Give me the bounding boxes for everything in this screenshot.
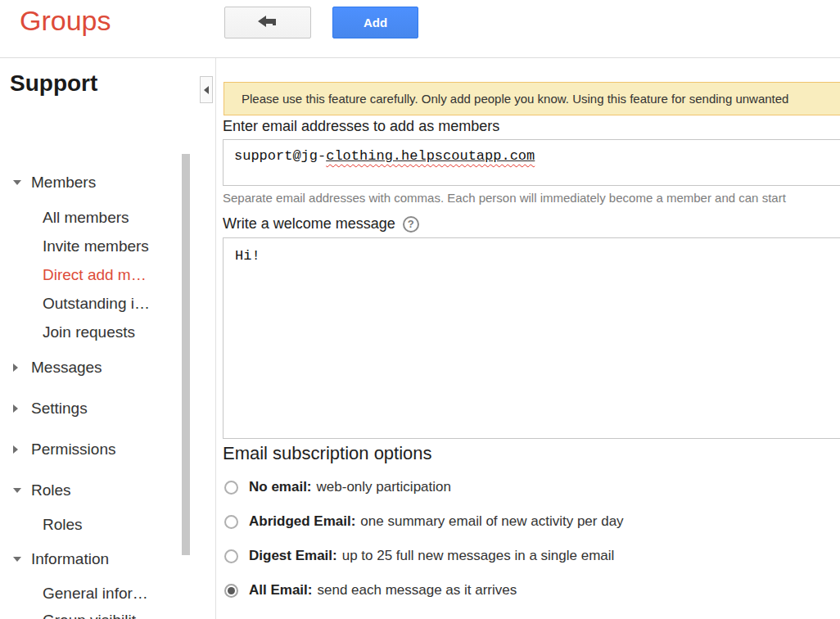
triangle-down-icon: [13, 180, 25, 185]
email-addresses-input[interactable]: support@jg-clothing.helpscoutapp.com: [223, 139, 840, 186]
sidebar-item-label: Direct add m…: [43, 266, 147, 284]
option-desc: send each message as it arrives: [317, 582, 517, 599]
collapse-sidebar-button[interactable]: [200, 76, 213, 103]
welcome-message-textarea[interactable]: Hi!: [223, 237, 840, 439]
welcome-message-row: Write a welcome message ?: [223, 215, 419, 233]
welcome-message-label: Write a welcome message: [223, 215, 395, 233]
email-value-flagged: clothing.helpscoutapp.com: [326, 148, 535, 164]
sidebar-item-label: All members: [43, 209, 129, 227]
sidebar-item-label: Join requests: [43, 323, 135, 341]
option-label: Digest Email:: [249, 548, 337, 564]
add-button[interactable]: Add: [332, 7, 418, 38]
option-all-email[interactable]: All Email: send each message as it arriv…: [224, 582, 517, 599]
sidebar-item-label: Group visibilit…: [43, 612, 151, 619]
radio-unselected-icon[interactable]: [224, 515, 238, 529]
sidebar-item-invite-members[interactable]: Invite members: [43, 237, 149, 255]
email-subscription-heading: Email subscription options: [223, 443, 432, 464]
groups-logo: Groups: [20, 5, 111, 37]
group-name-title: Support: [10, 70, 97, 97]
triangle-down-icon: [13, 488, 25, 493]
option-desc: web-only participation: [317, 479, 451, 495]
radio-unselected-icon[interactable]: [224, 481, 238, 495]
sidebar-item-label: Roles: [31, 481, 71, 499]
sidebar-item-roles-sub[interactable]: Roles: [43, 516, 83, 534]
sidebar-item-outstanding-invites[interactable]: Outstanding i…: [43, 295, 150, 313]
sidebar-item-direct-add-members[interactable]: Direct add m…: [43, 266, 147, 284]
triangle-right-icon: [13, 404, 25, 413]
sidebar-item-label: Invite members: [43, 237, 149, 255]
sidebar-item-messages[interactable]: Messages: [13, 359, 102, 377]
triangle-down-icon: [13, 557, 25, 562]
triangle-right-icon: [13, 445, 25, 454]
triangle-left-icon: [204, 86, 209, 94]
sidebar-item-roles[interactable]: Roles: [13, 481, 71, 499]
sidebar-item-label: Members: [31, 174, 96, 192]
header-divider: [0, 57, 840, 58]
option-no-email[interactable]: No email: web-only participation: [224, 479, 451, 495]
sidebar-item-general-information[interactable]: General infor…: [43, 585, 148, 603]
sidebar-item-permissions[interactable]: Permissions: [13, 441, 115, 459]
radio-selected-icon[interactable]: [224, 584, 238, 598]
help-icon[interactable]: ?: [403, 216, 419, 233]
option-label: No email:: [249, 479, 312, 495]
option-label: All Email:: [249, 582, 312, 599]
triangle-right-icon: [13, 364, 25, 372]
sidebar-item-label: Settings: [31, 400, 88, 418]
warning-banner: Please use this feature carefully. Only …: [224, 82, 840, 115]
welcome-message-value: Hi!: [235, 248, 260, 264]
option-digest-email[interactable]: Digest Email: up to 25 full new messages…: [224, 548, 614, 564]
option-label: Abridged Email:: [249, 513, 355, 530]
sidebar-item-all-members[interactable]: All members: [43, 209, 129, 227]
option-desc: up to 25 full new messages in a single e…: [342, 548, 615, 564]
sidebar-item-label: Roles: [43, 516, 83, 534]
email-addresses-label: Enter email addresses to add as members: [223, 118, 499, 135]
sidebar-item-information[interactable]: Information: [13, 550, 109, 568]
sidebar-item-label: Outstanding i…: [43, 295, 150, 313]
back-button[interactable]: [224, 7, 311, 38]
sidebar-item-members[interactable]: Members: [13, 174, 96, 192]
sidebar-item-label: Messages: [31, 359, 102, 377]
option-abridged-email[interactable]: Abridged Email: one summary email of new…: [224, 513, 624, 530]
sidebar-item-label: Information: [31, 550, 109, 568]
add-button-label: Add: [364, 16, 387, 29]
sidebar-item-join-requests[interactable]: Join requests: [43, 323, 135, 341]
email-helper-text: Separate email addresses with commas. Ea…: [223, 191, 786, 205]
option-desc: one summary email of new activity per da…: [360, 513, 623, 530]
sidebar-item-group-visibility[interactable]: Group visibilit…: [43, 612, 151, 619]
spellcheck-underline: clothing.helpscoutapp.com: [326, 148, 535, 164]
email-value-prefix: support@jg-: [234, 148, 326, 164]
sidebar-item-label: Permissions: [31, 441, 115, 459]
sidebar-divider: [215, 58, 216, 619]
sidebar-scrollbar-thumb[interactable]: [182, 154, 190, 555]
back-arrow-icon: [258, 15, 278, 31]
radio-unselected-icon[interactable]: [224, 549, 238, 563]
sidebar-item-settings[interactable]: Settings: [13, 400, 88, 418]
sidebar-item-label: General infor…: [43, 585, 148, 603]
groups-app-window: Groups Add Support Members All members I…: [0, 0, 840, 619]
